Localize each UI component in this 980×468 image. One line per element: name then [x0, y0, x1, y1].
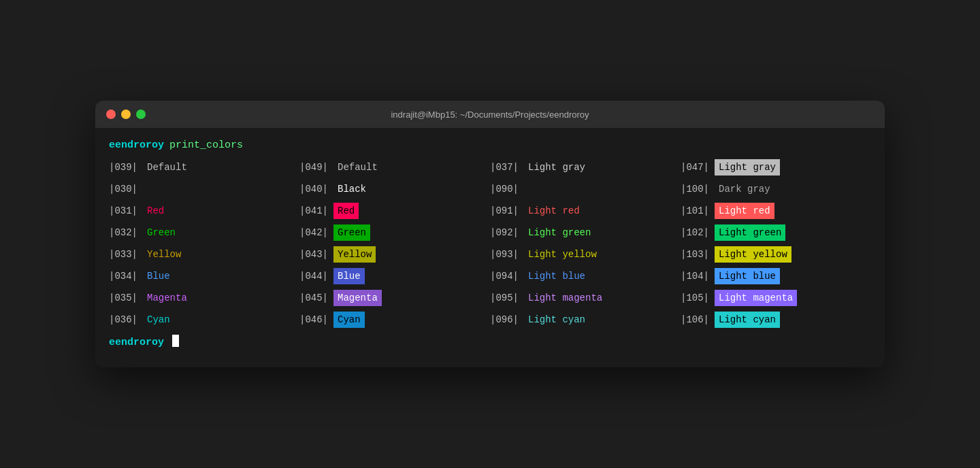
color-name: Light green [524, 224, 595, 241]
table-row: |035|Magenta [109, 287, 299, 309]
color-name: Light yellow [524, 246, 601, 263]
column-3: |037|Light gray|090||091|Light red|092|L… [490, 156, 681, 331]
ansi-code: |096| [490, 312, 524, 327]
ansi-code: |104| [681, 269, 715, 284]
table-row: |046|Cyan [299, 309, 490, 331]
ansi-code: |101| [681, 203, 715, 218]
ansi-code: |046| [299, 312, 333, 327]
ansi-code: |034| [109, 269, 143, 284]
table-row: |033|Yellow [109, 244, 299, 265]
cursor [172, 335, 179, 347]
color-name: Light cyan [715, 312, 780, 328]
table-row: |104|Light blue [681, 265, 871, 287]
color-name: Light blue [524, 268, 589, 284]
minimize-button[interactable] [121, 110, 131, 119]
color-table: |039|Default|030||031|Red|032|Green|033|… [109, 156, 871, 331]
ansi-code: |105| [681, 290, 715, 305]
color-name [143, 188, 151, 190]
close-button[interactable] [106, 110, 116, 119]
color-name: Light gray [524, 159, 589, 176]
table-row: |100|Dark gray [681, 178, 871, 200]
ansi-code: |037| [490, 160, 524, 175]
color-name: Default [143, 159, 191, 176]
table-row: |103|Light yellow [681, 244, 871, 265]
color-name: Red [333, 203, 359, 219]
titlebar: indrajit@iMbp15: ~/Documents/Projects/ee… [95, 101, 885, 128]
color-name: Cyan [333, 312, 365, 328]
ansi-code: |093| [490, 247, 524, 262]
ansi-code: |049| [299, 160, 333, 175]
color-name: Yellow [143, 246, 185, 263]
ansi-code: |044| [299, 269, 333, 284]
table-row: |101|Light red [681, 200, 871, 222]
table-row: |031|Red [109, 200, 299, 222]
column-4: |047|Light gray|100|Dark gray|101|Light … [681, 156, 871, 331]
color-name: Light gray [715, 159, 780, 176]
traffic-lights [106, 110, 146, 119]
table-row: |044|Blue [299, 265, 490, 287]
table-row: |041|Red [299, 200, 490, 222]
ansi-code: |040| [299, 182, 333, 197]
table-row: |096|Light cyan [490, 309, 681, 331]
table-row: |045|Magenta [299, 287, 490, 309]
table-row: |036|Cyan [109, 309, 299, 331]
ansi-code: |030| [109, 182, 143, 197]
color-name: Light blue [715, 268, 780, 284]
column-1: |039|Default|030||031|Red|032|Green|033|… [109, 156, 299, 331]
table-row: |091|Light red [490, 200, 681, 222]
table-row: |092|Light green [490, 222, 681, 244]
ansi-code: |041| [299, 203, 333, 218]
ansi-code: |102| [681, 225, 715, 240]
color-name: Green [333, 224, 370, 241]
color-name: Light magenta [524, 290, 606, 306]
table-row: |034|Blue [109, 265, 299, 287]
ansi-code: |092| [490, 225, 524, 240]
command-prompt: eendroroy print_colors [109, 137, 871, 154]
color-name: Red [143, 203, 168, 219]
table-row: |037|Light gray [490, 156, 681, 178]
color-name: Light cyan [524, 312, 589, 328]
table-row: |043|Yellow [299, 244, 490, 265]
color-name: Light red [524, 203, 584, 219]
ansi-code: |043| [299, 247, 333, 262]
color-name: Default [333, 159, 382, 176]
table-row: |094|Light blue [490, 265, 681, 287]
table-row: |040|Black [299, 178, 490, 200]
terminal-body: eendroroy print_colors |039|Default|030|… [95, 128, 885, 367]
ansi-code: |036| [109, 312, 143, 327]
table-row: |090| [490, 178, 681, 200]
ansi-code: |106| [681, 312, 715, 327]
ansi-code: |045| [299, 290, 333, 305]
color-name: Cyan [143, 312, 174, 328]
window-title: indrajit@iMbp15: ~/Documents/Projects/ee… [391, 110, 589, 120]
table-row: |049|Default [299, 156, 490, 178]
bottom-prompt: eendroroy [109, 335, 871, 351]
terminal-window: indrajit@iMbp15: ~/Documents/Projects/ee… [95, 101, 885, 367]
color-name: Blue [143, 268, 174, 284]
color-name: Light magenta [715, 290, 797, 306]
ansi-code: |032| [109, 225, 143, 240]
color-name: Green [143, 224, 180, 241]
color-name: Light green [715, 224, 785, 241]
color-name: Blue [333, 268, 365, 284]
ansi-code: |047| [681, 160, 715, 175]
table-row: |032|Green [109, 222, 299, 244]
ansi-code: |031| [109, 203, 143, 218]
table-row: |095|Light magenta [490, 287, 681, 309]
table-row: |039|Default [109, 156, 299, 178]
color-name: Light red [715, 203, 774, 219]
table-row: |093|Light yellow [490, 244, 681, 265]
ansi-code: |033| [109, 247, 143, 262]
table-row: |030| [109, 178, 299, 200]
ansi-code: |042| [299, 225, 333, 240]
ansi-code: |095| [490, 290, 524, 305]
table-row: |102|Light green [681, 222, 871, 244]
color-name: Yellow [333, 246, 376, 263]
prompt-command: print_colors [169, 137, 243, 154]
table-row: |106|Light cyan [681, 309, 871, 331]
table-row: |105|Light magenta [681, 287, 871, 309]
maximize-button[interactable] [136, 110, 146, 119]
table-row: |047|Light gray [681, 156, 871, 178]
color-name: Magenta [143, 290, 191, 306]
bottom-prompt-name: eendroroy [109, 335, 164, 351]
